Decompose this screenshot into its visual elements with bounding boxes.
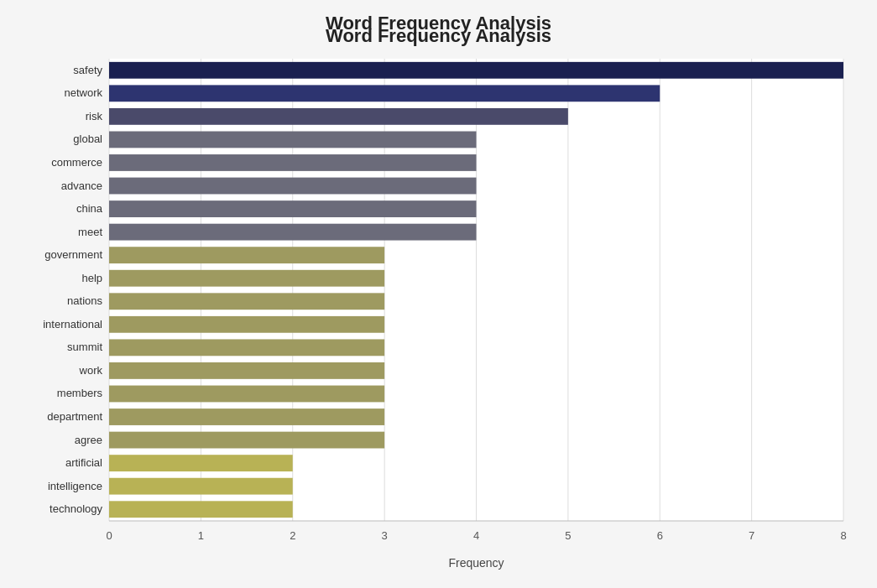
- svg-rect-24: [109, 85, 660, 101]
- svg-text:summit: summit: [67, 341, 102, 353]
- svg-text:international: international: [43, 318, 102, 330]
- svg-rect-46: [109, 339, 384, 356]
- svg-rect-38: [109, 247, 384, 263]
- svg-rect-54: [109, 432, 384, 449]
- svg-text:Frequency: Frequency: [448, 556, 504, 570]
- svg-text:5: 5: [565, 529, 571, 542]
- svg-rect-56: [109, 455, 293, 471]
- svg-text:4: 4: [473, 529, 479, 542]
- svg-text:0: 0: [106, 529, 112, 542]
- svg-text:3: 3: [382, 529, 388, 542]
- svg-text:help: help: [81, 272, 102, 284]
- svg-rect-32: [109, 178, 477, 195]
- svg-text:risk: risk: [86, 110, 103, 122]
- svg-rect-58: [109, 478, 293, 495]
- svg-rect-36: [109, 224, 477, 241]
- svg-text:intelligence: intelligence: [48, 480, 102, 492]
- svg-rect-50: [109, 386, 384, 403]
- chart-container: Word Frequency Analysis Word Frequency A…: [0, 0, 877, 588]
- svg-rect-40: [109, 270, 384, 287]
- svg-text:network: network: [64, 86, 102, 99]
- svg-rect-26: [109, 108, 568, 125]
- svg-rect-44: [109, 316, 384, 333]
- svg-text:artificial: artificial: [65, 456, 102, 469]
- svg-text:members: members: [57, 387, 103, 399]
- svg-text:work: work: [79, 364, 103, 377]
- svg-text:government: government: [44, 248, 102, 261]
- svg-text:meet: meet: [78, 226, 102, 238]
- svg-text:global: global: [73, 133, 102, 145]
- svg-rect-48: [109, 362, 384, 379]
- svg-rect-52: [109, 408, 384, 425]
- svg-rect-42: [109, 293, 384, 310]
- svg-text:Word Frequency Analysis: Word Frequency Analysis: [326, 13, 551, 34]
- svg-text:agree: agree: [75, 434, 102, 446]
- svg-rect-28: [109, 132, 477, 148]
- svg-text:6: 6: [657, 529, 663, 542]
- svg-text:china: china: [76, 202, 103, 215]
- svg-rect-30: [109, 154, 477, 171]
- svg-text:safety: safety: [73, 64, 102, 76]
- svg-text:advance: advance: [61, 180, 102, 192]
- svg-text:8: 8: [840, 529, 846, 542]
- svg-rect-22: [109, 62, 843, 79]
- svg-rect-34: [109, 200, 477, 217]
- svg-text:1: 1: [198, 529, 204, 542]
- svg-text:technology: technology: [50, 502, 102, 515]
- svg-text:commerce: commerce: [51, 156, 102, 169]
- svg-text:nations: nations: [67, 294, 102, 307]
- svg-text:department: department: [47, 410, 102, 423]
- svg-text:2: 2: [290, 529, 295, 542]
- svg-text:7: 7: [749, 529, 754, 542]
- svg-rect-60: [109, 501, 293, 518]
